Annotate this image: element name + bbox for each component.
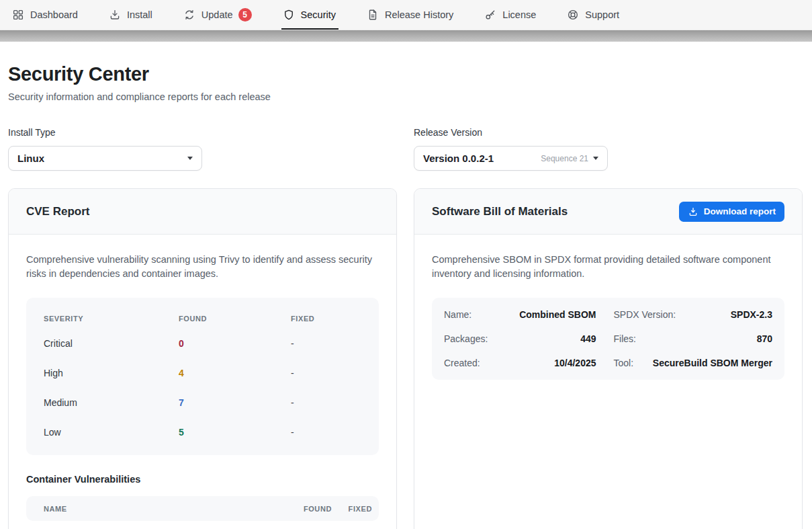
table-row: Name: Combined SBOM SPDX Version: SPDX-2… <box>444 302 772 327</box>
dashboard-grid-icon <box>12 9 24 21</box>
sbom-files-label: Files: <box>614 333 636 344</box>
install-download-icon <box>109 9 121 21</box>
sbom-created-label: Created: <box>444 358 480 368</box>
nav-item-install[interactable]: Install <box>109 0 152 30</box>
sbom-packages-value: 449 <box>488 333 596 344</box>
sbom-spdx-version-label: SPDX Version: <box>614 309 676 320</box>
download-report-label: Download report <box>704 206 776 216</box>
fixed-count: - <box>291 427 361 438</box>
install-type-label: Install Type <box>8 127 397 138</box>
sbom-details-table: Name: Combined SBOM SPDX Version: SPDX-2… <box>432 298 784 380</box>
sbom-description: Comprehensive SBOM in SPDX format provid… <box>432 253 784 281</box>
download-icon <box>688 206 698 217</box>
cve-report-body: Comprehensive vulnerability scanning usi… <box>9 235 396 529</box>
found-count: 0 <box>179 338 291 349</box>
install-type-value: Linux <box>17 153 44 164</box>
col-fixed: FIXED <box>291 315 361 323</box>
nav-item-release-history[interactable]: Release History <box>367 0 453 30</box>
nav-label-license: License <box>502 9 536 20</box>
col-found: FOUND <box>179 315 291 323</box>
found-count: 4 <box>179 368 291 378</box>
nav-item-security[interactable]: Security <box>283 0 336 30</box>
sbom-body: Comprehensive SBOM in SPDX format provid… <box>414 235 802 398</box>
nav-item-support[interactable]: Support <box>567 0 619 30</box>
update-count-badge: 5 <box>238 8 252 22</box>
severity-name: High <box>44 368 179 378</box>
nav-label-release-history: Release History <box>385 9 453 20</box>
nav-label-update: Update <box>201 9 233 20</box>
sbom-files-value: 870 <box>636 333 772 344</box>
update-refresh-icon <box>183 9 195 21</box>
severity-name: Critical <box>44 338 179 349</box>
filters-row: Install Type Linux Release Version Versi… <box>8 127 803 171</box>
install-type-select[interactable]: Linux <box>8 146 202 171</box>
sbom-packages-label: Packages: <box>444 333 488 344</box>
install-type-filter: Install Type Linux <box>8 127 397 171</box>
support-lifebuoy-icon <box>567 9 579 21</box>
sbom-title: Software Bill of Materials <box>432 205 568 218</box>
release-history-file-icon <box>367 9 379 21</box>
release-version-filter: Release Version Version 0.0.2-1 Sequence… <box>414 127 803 171</box>
toolbar-shadow-band <box>0 30 812 42</box>
container-vulnerabilities-header: NAME FOUND FIXED <box>26 496 379 521</box>
col-found: FOUND <box>285 505 332 513</box>
fixed-count: - <box>291 368 361 378</box>
nav-item-license[interactable]: License <box>484 0 536 30</box>
sbom-name-label: Name: <box>444 309 471 320</box>
fixed-count: - <box>291 338 361 349</box>
severity-table: SEVERITY FOUND FIXED Critical 0 - High 4… <box>26 298 379 455</box>
nav-item-update[interactable]: Update 5 <box>183 0 252 30</box>
release-version-select[interactable]: Version 0.0.2-1 Sequence 21 <box>414 146 608 171</box>
table-row: Packages: 449 Files: 870 <box>444 327 772 351</box>
release-version-value: Version 0.0.2-1 <box>423 153 494 164</box>
chevron-down-icon <box>593 157 598 160</box>
sbom-created-value: 10/4/2025 <box>480 358 596 368</box>
nav-label-dashboard: Dashboard <box>30 9 78 20</box>
col-fixed: FIXED <box>332 505 372 513</box>
sbom-tool-label: Tool: <box>614 358 634 368</box>
top-nav: Dashboard Install Update 5 Security Rele… <box>0 0 812 30</box>
found-count: 5 <box>179 427 291 438</box>
cve-report-description: Comprehensive vulnerability scanning usi… <box>26 253 379 281</box>
sbom-card: Software Bill of Materials Download repo… <box>414 188 803 529</box>
sequence-label: Sequence 21 <box>541 154 588 163</box>
chevron-down-icon <box>187 157 193 160</box>
nav-label-install: Install <box>127 9 152 20</box>
sbom-tool-value: SecureBuild SBOM Merger <box>633 358 772 368</box>
table-row-critical: Critical 0 - <box>26 329 379 358</box>
cards-row: CVE Report Comprehensive vulnerability s… <box>8 188 803 529</box>
col-name: NAME <box>44 505 285 513</box>
page-subtitle: Security information and compliance repo… <box>8 91 803 102</box>
license-key-icon <box>484 9 496 21</box>
fixed-count: - <box>291 397 361 408</box>
severity-table-header: SEVERITY FOUND FIXED <box>26 303 379 329</box>
table-row-high: High 4 - <box>26 358 379 388</box>
main-content: Security Center Security information and… <box>0 63 812 529</box>
cve-report-title: CVE Report <box>26 205 89 218</box>
cve-report-card: CVE Report Comprehensive vulnerability s… <box>8 188 397 529</box>
container-vulnerabilities-title: Container Vulnerabilities <box>26 474 379 485</box>
nav-label-support: Support <box>585 9 619 20</box>
found-count: 7 <box>179 397 291 408</box>
severity-name: Medium <box>44 397 179 408</box>
sbom-spdx-version-value: SPDX-2.3 <box>676 309 772 320</box>
table-row: Created: 10/4/2025 Tool: SecureBuild SBO… <box>444 351 772 375</box>
nav-label-security: Security <box>301 9 336 20</box>
table-row-medium: Medium 7 - <box>26 388 379 417</box>
download-report-button[interactable]: Download report <box>679 202 784 222</box>
sbom-name-value: Combined SBOM <box>471 309 596 320</box>
sbom-header: Software Bill of Materials Download repo… <box>414 189 802 235</box>
page-title: Security Center <box>8 63 803 85</box>
col-severity: SEVERITY <box>44 315 179 323</box>
security-shield-icon <box>283 9 295 21</box>
severity-name: Low <box>44 427 179 438</box>
cve-report-header: CVE Report <box>9 189 396 235</box>
release-version-label: Release Version <box>414 127 803 138</box>
nav-item-dashboard[interactable]: Dashboard <box>12 0 78 30</box>
table-row-low: Low 5 - <box>26 417 379 447</box>
